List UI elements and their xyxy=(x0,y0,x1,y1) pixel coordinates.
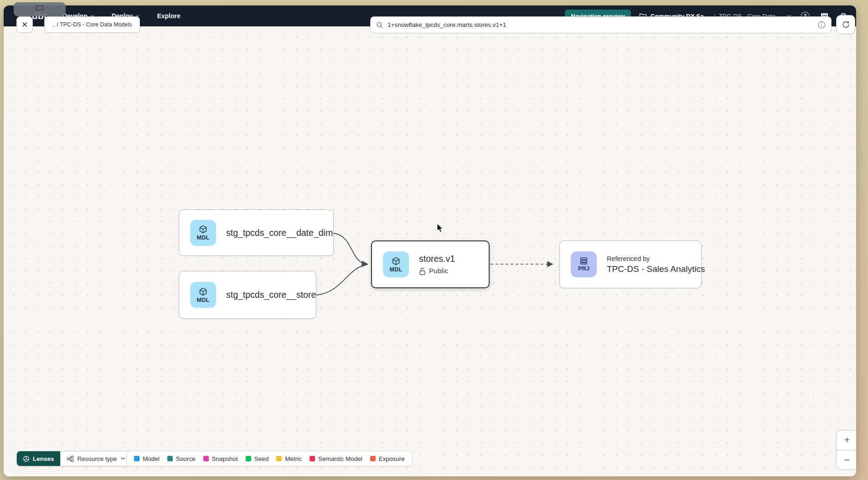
resource-type-legend: Model Source Snapshot Seed Metric Semant… xyxy=(126,451,413,466)
node-title: stg_tpcds_core__date_dim xyxy=(226,228,333,238)
nav-item-explore[interactable]: Explore xyxy=(157,12,180,20)
search-icon xyxy=(376,21,383,29)
chevron-down-icon xyxy=(121,457,125,460)
legend-item-exposure: Exposure xyxy=(370,455,405,462)
node-stores-v1[interactable]: MDL stores.v1 Public xyxy=(371,240,490,288)
close-icon: ✕ xyxy=(21,20,28,30)
node-tpcds-sales-analytics[interactable]: PRJ Referenced by TPC-DS - Sales Analyti… xyxy=(559,240,702,288)
node-title: stg_tpcds_core__store xyxy=(226,290,316,300)
lens-controls: Lenses Resource type xyxy=(16,451,132,466)
legend-item-source: Source xyxy=(167,455,196,462)
legend-swatch xyxy=(370,456,376,461)
mouse-cursor xyxy=(437,223,444,233)
legend-swatch xyxy=(310,456,315,461)
node-stg-tpcds-core-store[interactable]: MDL stg_tpcds_core__store xyxy=(179,271,316,319)
search-input[interactable] xyxy=(388,21,814,28)
legend-swatch xyxy=(134,456,140,461)
node-stg-tpcds-core-date-dim[interactable]: MDL stg_tpcds_core__date_dim xyxy=(179,209,334,256)
legend-swatch xyxy=(203,456,209,461)
model-cube-icon xyxy=(391,256,401,266)
lineage-breadcrumb-chip[interactable]: .. / TPC-DS - Core Data Models xyxy=(44,16,140,33)
legend-item-seed: Seed xyxy=(246,455,269,462)
model-badge: MDL xyxy=(383,251,409,277)
screen-share-overlay xyxy=(14,2,66,16)
legend-item-semantic-model: Semantic Model xyxy=(310,455,362,462)
node-title: TPC-DS - Sales Analytics xyxy=(607,264,705,274)
lock-open-icon xyxy=(419,267,426,275)
legend-swatch xyxy=(276,456,282,461)
app-window: dbt Develop Deploy Explore Navigation pr… xyxy=(4,5,856,476)
model-badge: MDL xyxy=(190,220,216,246)
resource-type-icon xyxy=(67,455,74,462)
project-badge: PRJ xyxy=(571,251,597,277)
model-cube-icon xyxy=(198,287,208,296)
legend-item-snapshot: Snapshot xyxy=(203,455,238,462)
model-cube-icon xyxy=(198,225,208,234)
access-label: Public xyxy=(429,267,448,275)
legend-swatch xyxy=(246,456,251,461)
lineage-search-bar xyxy=(370,16,832,33)
lenses-button[interactable]: Lenses xyxy=(17,451,60,466)
model-badge: MDL xyxy=(190,282,216,308)
node-title: stores.v1 xyxy=(419,254,455,264)
referenced-by-label: Referenced by xyxy=(607,255,705,262)
legend-swatch xyxy=(167,456,173,461)
zoom-controls: + − xyxy=(836,430,856,470)
refresh-lineage-button[interactable] xyxy=(836,15,855,34)
zoom-in-button[interactable]: + xyxy=(837,430,856,450)
access-row: Public xyxy=(419,267,455,275)
zoom-out-button[interactable]: − xyxy=(837,450,856,470)
resource-type-dropdown[interactable]: Resource type xyxy=(60,451,131,466)
info-icon[interactable] xyxy=(818,21,826,29)
refresh-icon xyxy=(842,20,850,29)
close-button[interactable]: ✕ xyxy=(16,16,33,33)
lens-icon xyxy=(23,455,30,462)
legend-item-metric: Metric xyxy=(276,455,302,462)
legend-item-model: Model xyxy=(134,455,160,462)
screen-icon xyxy=(36,5,43,10)
project-stack-icon xyxy=(579,257,589,265)
